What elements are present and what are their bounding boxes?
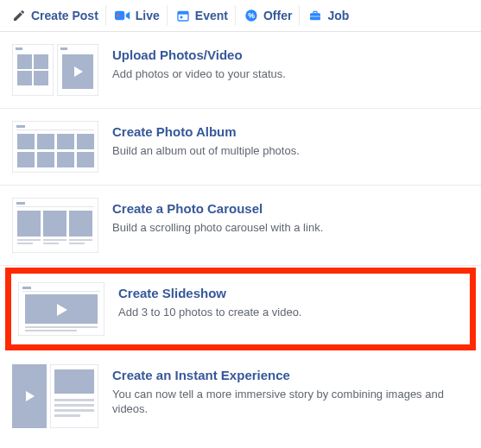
- svg-rect-33: [17, 211, 41, 237]
- slideshow-thumbnail-icon: [18, 282, 104, 336]
- svg-rect-9: [310, 16, 320, 17]
- svg-rect-32: [16, 206, 94, 207]
- tab-label: Job: [327, 9, 349, 22]
- tab-label: Event: [195, 9, 228, 22]
- option-desc: You can now tell a more immersive story …: [112, 388, 469, 417]
- option-upload-photos-video[interactable]: Upload Photos/Video Add photos or video …: [0, 32, 481, 109]
- svg-rect-29: [77, 152, 94, 167]
- instant-experience-thumbnail-icon: [12, 364, 98, 428]
- svg-rect-36: [17, 239, 41, 241]
- svg-rect-54: [54, 414, 80, 417]
- svg-rect-13: [34, 54, 48, 69]
- svg-rect-46: [25, 326, 98, 328]
- svg-rect-17: [60, 47, 67, 50]
- option-title: Create Photo Album: [112, 124, 469, 139]
- option-title: Upload Photos/Video: [112, 47, 469, 62]
- svg-rect-25: [77, 134, 94, 149]
- live-video-icon: [115, 9, 130, 22]
- tab-create-post[interactable]: Create Post: [5, 5, 106, 26]
- album-thumbnail-icon: [12, 121, 98, 173]
- option-title: Create an Instant Experience: [112, 368, 469, 382]
- svg-rect-40: [43, 243, 59, 244]
- svg-rect-11: [16, 47, 22, 50]
- svg-rect-53: [54, 409, 94, 412]
- svg-text:%: %: [248, 11, 255, 20]
- svg-rect-34: [43, 211, 66, 237]
- option-create-instant-experience[interactable]: Create an Instant Experience You can now…: [0, 352, 481, 440]
- svg-rect-52: [54, 404, 94, 407]
- svg-rect-50: [54, 369, 94, 394]
- option-info: Upload Photos/Video Add photos or video …: [112, 44, 469, 82]
- svg-rect-0: [115, 11, 124, 21]
- option-title: Create Slideshow: [118, 286, 463, 300]
- svg-rect-21: [16, 129, 94, 130]
- tab-label: Create Post: [31, 9, 98, 22]
- option-title: Create a Photo Carousel: [112, 201, 469, 216]
- svg-rect-47: [25, 330, 77, 331]
- svg-rect-23: [37, 134, 54, 149]
- svg-rect-31: [16, 202, 25, 205]
- option-create-photo-carousel[interactable]: Create a Photo Carousel Build a scrollin…: [0, 186, 481, 266]
- option-info: Create an Instant Experience You can now…: [112, 364, 469, 417]
- tab-event[interactable]: Event: [169, 5, 236, 26]
- svg-rect-37: [43, 239, 66, 241]
- svg-rect-8: [313, 11, 317, 14]
- tab-label: Offer: [263, 9, 292, 22]
- pencil-icon: [12, 9, 26, 22]
- tab-offer[interactable]: % Offer: [237, 5, 300, 26]
- carousel-thumbnail-icon: [12, 198, 98, 253]
- svg-rect-41: [69, 243, 85, 244]
- svg-rect-4: [180, 16, 182, 19]
- option-create-slideshow[interactable]: Create Slideshow Add 3 to 10 photos to c…: [11, 274, 470, 344]
- option-desc: Build a scrolling photo carousel with a …: [112, 221, 469, 236]
- create-post-tabs: Create Post Live Event % Offer Job: [0, 0, 481, 32]
- tab-label: Live: [136, 9, 160, 22]
- highlight-box: Create Slideshow Add 3 to 10 photos to c…: [5, 268, 476, 350]
- svg-rect-44: [22, 291, 100, 292]
- upload-thumbnail-icon: [12, 44, 98, 96]
- option-desc: Add photos or video to your status.: [112, 67, 469, 82]
- option-create-photo-album[interactable]: Create Photo Album Build an album out of…: [0, 109, 481, 186]
- option-desc: Add 3 to 10 photos to create a video.: [118, 306, 463, 320]
- tab-job[interactable]: Job: [301, 5, 356, 26]
- svg-rect-38: [69, 239, 92, 241]
- svg-rect-22: [17, 134, 35, 149]
- svg-rect-51: [54, 399, 94, 401]
- svg-rect-14: [17, 71, 32, 85]
- svg-rect-27: [37, 152, 54, 167]
- svg-point-1: [117, 15, 119, 17]
- svg-rect-10: [12, 44, 54, 96]
- svg-rect-43: [22, 287, 31, 289]
- percent-icon: %: [244, 9, 258, 22]
- svg-rect-15: [34, 71, 48, 85]
- svg-rect-24: [57, 134, 74, 149]
- svg-rect-20: [16, 125, 25, 128]
- calendar-icon: [176, 9, 190, 22]
- tab-live[interactable]: Live: [108, 5, 168, 26]
- post-type-list: Upload Photos/Video Add photos or video …: [0, 32, 481, 440]
- briefcase-icon: [308, 9, 322, 22]
- svg-rect-3: [178, 11, 188, 14]
- svg-rect-28: [57, 152, 74, 167]
- svg-rect-12: [17, 54, 32, 69]
- svg-rect-26: [17, 152, 35, 167]
- option-info: Create a Photo Carousel Build a scrollin…: [112, 198, 469, 236]
- svg-rect-35: [69, 211, 92, 237]
- svg-rect-39: [17, 243, 33, 244]
- option-info: Create Photo Album Build an album out of…: [112, 121, 469, 159]
- option-info: Create Slideshow Add 3 to 10 photos to c…: [118, 282, 463, 320]
- option-desc: Build an album out of multiple photos.: [112, 144, 469, 159]
